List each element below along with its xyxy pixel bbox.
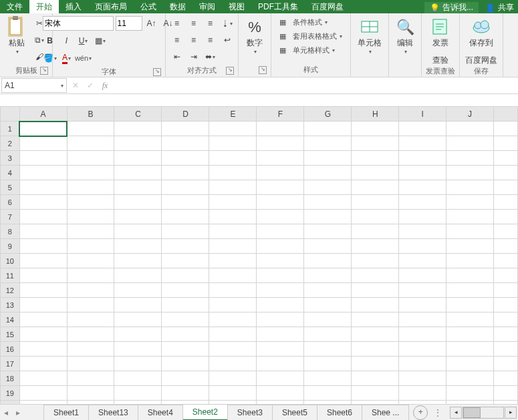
cell[interactable] [114, 298, 162, 312]
cell[interactable] [209, 298, 257, 312]
cell[interactable] [352, 357, 399, 371]
sheet-tab[interactable]: Sheet2 [182, 404, 228, 420]
cell[interactable] [352, 122, 399, 136]
scroll-right-button[interactable]: ▸ [505, 407, 517, 419]
cell[interactable] [352, 268, 399, 283]
cell[interactable] [257, 298, 304, 312]
cell[interactable] [399, 357, 446, 371]
spreadsheet-grid[interactable]: ABCDEFGHIJ123456789101112131415161718192… [0, 106, 518, 404]
cell[interactable] [19, 283, 67, 298]
merge-button[interactable]: ⬌▾ [203, 49, 218, 64]
cell[interactable] [19, 371, 67, 386]
cell[interactable] [399, 180, 446, 195]
align-left-button[interactable]: ≡ [170, 33, 184, 47]
column-header[interactable]: J [446, 107, 494, 122]
insert-function-button[interactable]: fx [98, 77, 112, 93]
paste-button[interactable]: 粘贴▾ [3, 15, 30, 57]
cell[interactable] [162, 401, 209, 405]
row-header[interactable]: 15 [1, 327, 20, 342]
row-header[interactable]: 3 [1, 151, 20, 166]
row-header[interactable]: 18 [1, 371, 20, 386]
cell[interactable] [114, 254, 162, 268]
cell[interactable] [446, 136, 494, 151]
align-middle-button[interactable]: ≡ [186, 16, 201, 31]
cell[interactable] [446, 312, 494, 327]
cell[interactable] [114, 195, 162, 210]
cell[interactable] [257, 312, 304, 327]
cell[interactable] [162, 239, 209, 254]
column-header[interactable]: H [352, 107, 399, 122]
cell[interactable] [304, 312, 352, 327]
cell[interactable] [19, 312, 67, 327]
cell[interactable] [67, 401, 114, 405]
cell[interactable] [304, 386, 352, 401]
tab-insert[interactable]: 插入 [59, 0, 88, 13]
cell[interactable] [399, 371, 446, 386]
cell[interactable] [114, 122, 162, 136]
cell[interactable] [446, 268, 494, 283]
cell[interactable] [494, 136, 518, 151]
cell[interactable] [162, 151, 209, 166]
cell[interactable] [446, 342, 494, 357]
cell[interactable] [162, 342, 209, 357]
cell[interactable] [114, 180, 162, 195]
cell[interactable] [399, 401, 446, 405]
cell[interactable] [209, 166, 257, 180]
cell[interactable] [114, 386, 162, 401]
cell[interactable] [114, 224, 162, 239]
cell[interactable] [67, 195, 114, 210]
cell[interactable] [257, 195, 304, 210]
cell[interactable] [399, 224, 446, 239]
cell[interactable] [257, 254, 304, 268]
align-top-button[interactable]: ≡ [170, 16, 184, 31]
tab-home[interactable]: 开始 [29, 0, 59, 13]
cell[interactable] [494, 239, 518, 254]
cell[interactable] [399, 136, 446, 151]
cell[interactable] [446, 210, 494, 224]
row-header[interactable]: 2 [1, 136, 20, 151]
sheet-tab[interactable]: Sheet1 [43, 405, 89, 420]
column-header[interactable]: B [67, 107, 114, 122]
cell[interactable] [209, 268, 257, 283]
cell[interactable] [352, 283, 399, 298]
cell[interactable] [399, 312, 446, 327]
cell[interactable] [19, 401, 67, 405]
cell[interactable] [494, 268, 518, 283]
align-right-button[interactable]: ≡ [203, 33, 218, 47]
cell[interactable] [19, 386, 67, 401]
scroll-left-button[interactable]: ◂ [450, 407, 462, 419]
phonetic-button[interactable]: wén▾ [76, 51, 91, 65]
cell[interactable] [399, 254, 446, 268]
row-header[interactable]: 14 [1, 312, 20, 327]
cell[interactable] [257, 166, 304, 180]
cell[interactable] [162, 166, 209, 180]
scroll-track[interactable] [463, 407, 504, 419]
share-button[interactable]: 👤共享 [481, 2, 518, 13]
cell[interactable] [162, 210, 209, 224]
cell[interactable] [19, 239, 67, 254]
cell[interactable] [162, 386, 209, 401]
cells-button[interactable]: 单元格▾ [355, 15, 384, 57]
increase-font-button[interactable]: A↑ [144, 16, 159, 31]
cell[interactable] [209, 224, 257, 239]
cell[interactable] [352, 195, 399, 210]
cell[interactable] [209, 386, 257, 401]
font-family-select[interactable] [43, 16, 114, 31]
cell[interactable] [114, 283, 162, 298]
cell[interactable] [304, 401, 352, 405]
cell[interactable] [352, 166, 399, 180]
new-sheet-button[interactable]: + [413, 405, 428, 420]
cell[interactable] [399, 268, 446, 283]
cell[interactable] [114, 327, 162, 342]
tab-formulas[interactable]: 公式 [134, 0, 163, 13]
cell[interactable] [209, 151, 257, 166]
number-launcher[interactable]: ↘ [259, 66, 267, 74]
cell[interactable] [209, 136, 257, 151]
cell[interactable] [304, 210, 352, 224]
cell[interactable] [209, 283, 257, 298]
cell[interactable] [352, 371, 399, 386]
cell[interactable] [67, 224, 114, 239]
row-header[interactable]: 7 [1, 210, 20, 224]
cell[interactable] [67, 371, 114, 386]
cell[interactable] [446, 151, 494, 166]
